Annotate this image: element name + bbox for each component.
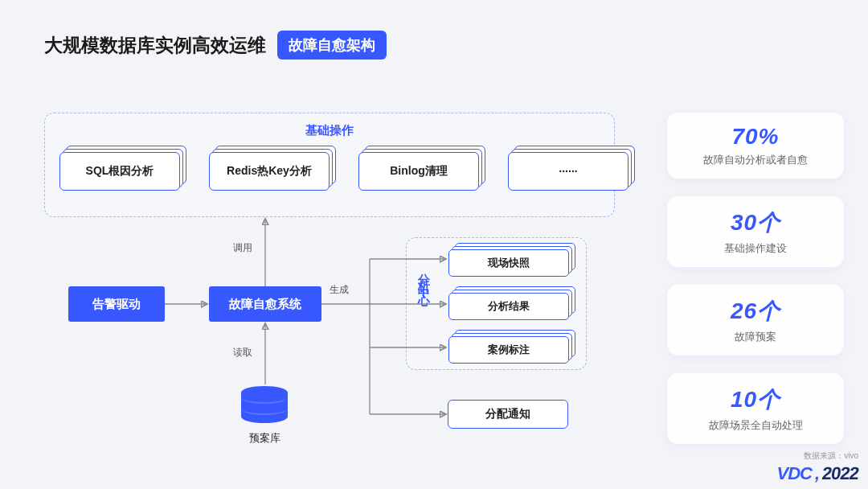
stats-column: 70% 故障自动分析或者自愈 30个 基础操作建设 26个 故障预案 10个 故… (667, 113, 844, 444)
op-card-label: SQL根因分析 (59, 152, 180, 191)
stat-value: 70% (675, 124, 836, 150)
analysis-item-snapshot: 现场快照 (448, 249, 569, 277)
basic-operations-frame: 基础操作 SQL根因分析 Redis热Key分析 Binlog清理 ······ (44, 113, 615, 217)
stat-value: 10个 (675, 384, 836, 415)
node-dispatch-notice: 分配通知 (448, 400, 568, 429)
analysis-item-case-label: 案例标注 (448, 336, 569, 364)
op-card-redis-hotkey: Redis热Key分析 (209, 152, 330, 191)
op-card-label: ······ (508, 152, 628, 191)
op-card-sql-analysis: SQL根因分析 (59, 152, 180, 191)
preplan-database-label: 预案库 (241, 431, 288, 446)
stat-card: 30个 基础操作建设 (667, 196, 844, 267)
node-alert-driven: 告警驱动 (68, 286, 165, 322)
analysis-item-label: 案例标注 (448, 336, 569, 364)
op-card-more: ······ (508, 152, 628, 191)
stat-label: 基础操作建设 (675, 241, 836, 256)
analysis-center-title: 分析中心 (416, 264, 432, 290)
page-title: 大规模数据库实例高效运维 (44, 33, 266, 58)
node-preplan-database: 预案库 (241, 386, 288, 446)
footer-logo-text: VDC (776, 463, 811, 484)
analysis-center-frame: 分析中心 现场快照 分析结果 案例标注 (406, 237, 587, 370)
stat-value: 26个 (675, 296, 836, 327)
edge-label-read: 读取 (233, 346, 252, 360)
basic-operations-row: SQL根因分析 Redis热Key分析 Binlog清理 ······ (59, 152, 628, 191)
footer-year: 2022 (821, 463, 860, 484)
analysis-center-items: 现场快照 分析结果 案例标注 (448, 249, 569, 364)
footer: 数据来源：vivo VDC, 2022 (776, 450, 858, 484)
op-card-label: Redis热Key分析 (209, 152, 330, 191)
title-badge: 故障自愈架构 (277, 31, 387, 60)
footer-logo: VDC, 2022 (776, 463, 858, 484)
stat-card: 26个 故障预案 (667, 285, 844, 355)
analysis-item-result: 分析结果 (448, 293, 569, 320)
stat-label: 故障预案 (675, 330, 836, 344)
stat-card: 70% 故障自动分析或者自愈 (667, 113, 844, 179)
analysis-item-label: 分析结果 (448, 293, 569, 320)
basic-operations-title: 基础操作 (45, 123, 614, 138)
node-self-heal-system: 故障自愈系统 (209, 286, 321, 322)
title-row: 大规模数据库实例高效运维 故障自愈架构 (44, 31, 387, 60)
stat-label: 故障场景全自动处理 (675, 418, 836, 433)
stat-value: 30个 (675, 208, 836, 238)
analysis-item-label: 现场快照 (448, 249, 569, 277)
op-card-binlog-clean: Binlog清理 (358, 152, 479, 191)
stat-label: 故障自动分析或者自愈 (675, 153, 836, 167)
database-icon (241, 386, 288, 425)
footer-source: 数据来源：vivo (776, 450, 858, 462)
edge-label-call: 调用 (233, 241, 252, 255)
edge-label-generate: 生成 (330, 283, 349, 297)
op-card-label: Binlog清理 (358, 152, 479, 191)
stat-card: 10个 故障场景全自动处理 (667, 373, 844, 444)
